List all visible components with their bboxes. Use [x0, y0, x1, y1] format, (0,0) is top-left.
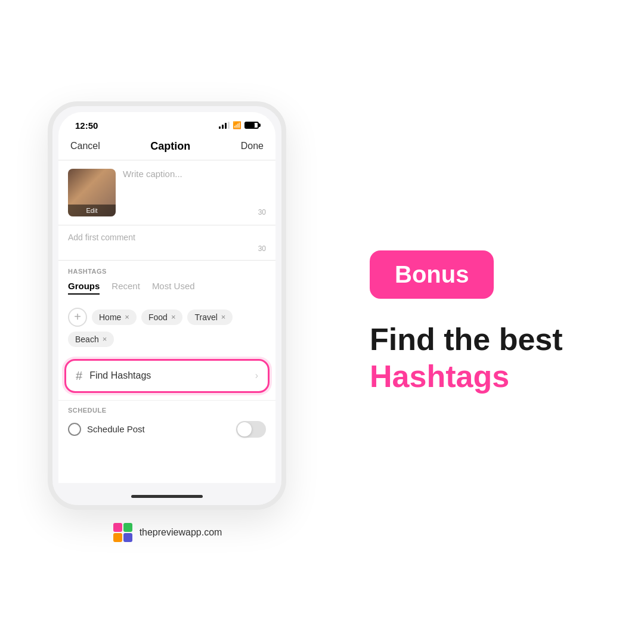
brand-domain: thepreviewapp.com	[140, 527, 222, 538]
clock-icon	[68, 423, 81, 436]
headline-line1: Find the best	[370, 323, 563, 357]
toggle-knob	[237, 422, 252, 436]
signal-icon	[219, 122, 230, 129]
bottom-space	[58, 447, 275, 483]
brand-icon-cell-3	[113, 533, 122, 542]
brand-icon	[112, 522, 134, 543]
chip-label-food: Food	[148, 312, 168, 322]
tag-chip-travel[interactable]: Travel ×	[187, 309, 233, 325]
find-hashtags-label: Find Hashtags	[89, 370, 248, 381]
status-icons: 📶	[219, 121, 259, 129]
hashtags-tabs: Groups Recent Most Used	[68, 281, 266, 295]
hashtag-symbol: #	[76, 369, 82, 383]
edit-overlay[interactable]: Edit	[68, 205, 116, 216]
chip-close-beach[interactable]: ×	[103, 335, 107, 343]
comment-section: Add first comment 30	[58, 225, 275, 261]
bonus-badge: Bonus	[370, 250, 494, 299]
chip-label-home: Home	[99, 312, 121, 322]
right-section: Bonus Find the best Hashtags	[334, 0, 644, 644]
status-time: 12:50	[75, 120, 98, 131]
add-group-button[interactable]: +	[68, 308, 87, 327]
brand-icon-cell-4	[123, 533, 132, 542]
caption-placeholder[interactable]: Write caption...	[123, 169, 266, 208]
caption-section: Edit Write caption... 30	[58, 160, 275, 225]
left-section: 12:50 📶	[0, 0, 334, 644]
brand-footer: thepreviewapp.com	[112, 522, 222, 543]
home-bar	[131, 495, 203, 498]
comment-placeholder[interactable]: Add first comment	[68, 233, 266, 242]
caption-input-area: Write caption... 30	[123, 169, 266, 216]
brand-icon-cell-2	[123, 523, 132, 532]
page: 12:50 📶	[0, 0, 644, 644]
tag-chip-beach[interactable]: Beach ×	[68, 332, 114, 347]
find-hashtags-row[interactable]: # Find Hashtags ›	[64, 359, 270, 393]
done-button[interactable]: Done	[241, 141, 264, 151]
schedule-section: SCHEDULE Schedule Post	[58, 400, 275, 447]
bonus-label: Bonus	[395, 261, 469, 287]
battery-icon	[244, 122, 259, 129]
comment-count: 30	[68, 244, 266, 253]
home-indicator	[52, 483, 281, 505]
plus-icon: +	[74, 311, 81, 323]
tag-chip-food[interactable]: Food ×	[141, 309, 183, 325]
hashtags-section: HASHTAGS Groups Recent Most Used + Home …	[58, 261, 275, 354]
brand-icon-cell-1	[113, 523, 122, 532]
hashtags-section-label: HASHTAGS	[68, 268, 266, 275]
nav-bar: Cancel Caption Done	[58, 135, 275, 160]
schedule-row: Schedule Post	[68, 421, 266, 438]
caption-count: 30	[123, 208, 266, 216]
schedule-section-label: SCHEDULE	[68, 407, 266, 414]
tab-recent[interactable]: Recent	[112, 281, 140, 295]
tab-groups[interactable]: Groups	[68, 281, 100, 295]
wifi-icon: 📶	[233, 121, 242, 129]
tab-most-used[interactable]: Most Used	[152, 281, 195, 295]
chip-close-home[interactable]: ×	[125, 312, 129, 321]
chevron-right-icon: ›	[255, 370, 258, 381]
phone-screen: 12:50 📶	[58, 112, 275, 483]
headline-line2: Hashtags	[370, 360, 509, 394]
schedule-post-label: Schedule Post	[87, 424, 230, 434]
phone-mockup: 12:50 📶	[48, 101, 286, 510]
status-bar: 12:50 📶	[58, 112, 275, 135]
chip-close-food[interactable]: ×	[171, 312, 176, 321]
tag-chip-home[interactable]: Home ×	[92, 309, 137, 325]
chip-label-travel: Travel	[194, 312, 217, 322]
schedule-toggle[interactable]	[236, 421, 266, 438]
cancel-button[interactable]: Cancel	[70, 141, 100, 151]
nav-title: Caption	[150, 140, 190, 153]
hashtag-groups: + Home × Food × Travel ×	[68, 302, 266, 354]
chip-label-beach: Beach	[75, 335, 99, 344]
chip-close-travel[interactable]: ×	[221, 312, 226, 321]
post-thumbnail[interactable]: Edit	[68, 169, 116, 216]
